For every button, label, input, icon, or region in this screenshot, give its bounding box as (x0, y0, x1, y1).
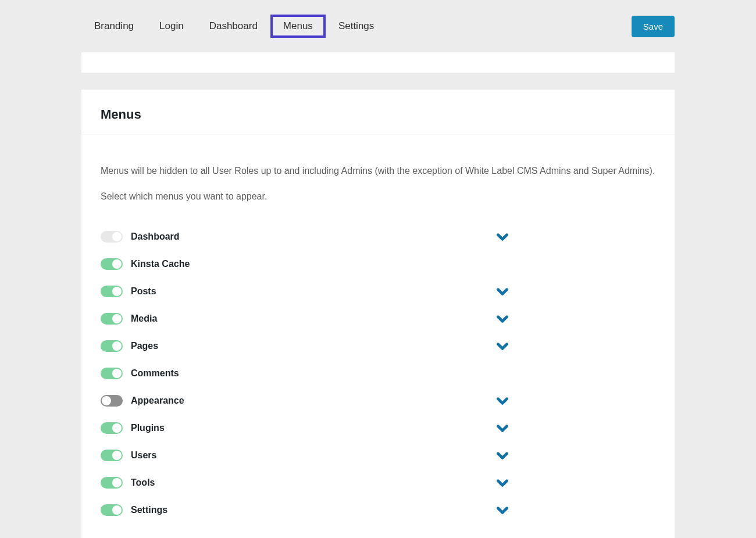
toggle-posts[interactable] (101, 286, 123, 297)
menu-item-label: Media (131, 313, 495, 324)
menu-item-row: Pages (101, 332, 655, 359)
panel-header: Menus (81, 90, 675, 134)
header-bar: Branding Login Dashboard Menus Settings … (0, 0, 756, 52)
menu-item-row: Posts (101, 277, 655, 305)
tab-menus[interactable]: Menus (270, 15, 326, 38)
panel-description: Menus will be hidden to all User Roles u… (101, 163, 655, 179)
menu-item-label: Posts (131, 286, 495, 297)
chevron-down-icon[interactable] (495, 284, 510, 299)
panel-body: Menus will be hidden to all User Roles u… (81, 134, 675, 538)
menu-item-row: Tools (101, 469, 655, 496)
chevron-down-icon[interactable] (495, 503, 510, 518)
toggle-users[interactable] (101, 450, 123, 461)
menu-item-row: Kinsta Cache (101, 250, 655, 277)
save-button[interactable]: Save (632, 16, 675, 37)
toggle-kinsta-cache[interactable] (101, 258, 123, 270)
menu-item-row: Plugins (101, 414, 655, 441)
toggle-plugins[interactable] (101, 422, 123, 434)
menu-item-row: Dashboard (101, 223, 655, 250)
tab-branding[interactable]: Branding (81, 15, 147, 38)
menus-panel: Menus Menus will be hidden to all User R… (81, 90, 675, 538)
menu-item-row: Media (101, 305, 655, 332)
menu-item-label: Kinsta Cache (131, 259, 495, 269)
menu-item-row: Settings (101, 496, 655, 523)
toggle-media[interactable] (101, 313, 123, 325)
menu-item-label: Appearance (131, 396, 495, 406)
tab-list: Branding Login Dashboard Menus Settings (81, 15, 387, 38)
panel-title: Menus (101, 107, 655, 122)
tab-dashboard[interactable]: Dashboard (197, 15, 270, 38)
menu-item-label: Comments (131, 368, 495, 379)
chevron-down-icon[interactable] (495, 393, 510, 408)
chevron-down-icon[interactable] (495, 339, 510, 354)
toggle-dashboard[interactable] (101, 231, 123, 243)
toggle-pages[interactable] (101, 340, 123, 352)
top-spacer-card (81, 52, 675, 73)
menu-item-row: Users (101, 441, 655, 469)
toggle-tools[interactable] (101, 477, 123, 489)
menu-item-label: Settings (131, 505, 495, 515)
menu-item-label: Dashboard (131, 231, 495, 242)
panel-instructions: Select which menus you want to appear. (101, 191, 655, 202)
chevron-down-icon[interactable] (495, 229, 510, 244)
menu-item-label: Users (131, 450, 495, 461)
chevron-down-icon[interactable] (495, 311, 510, 326)
menu-item-row: Comments (101, 359, 655, 387)
menu-item-row: Appearance (101, 387, 655, 414)
toggle-appearance[interactable] (101, 395, 123, 407)
chevron-down-icon[interactable] (495, 475, 510, 490)
menu-item-label: Plugins (131, 423, 495, 433)
menu-item-label: Pages (131, 341, 495, 351)
tab-login[interactable]: Login (147, 15, 197, 38)
menu-items-list: DashboardKinsta CachePostsMediaPagesComm… (101, 223, 655, 523)
content-container: Menus Menus will be hidden to all User R… (81, 52, 675, 538)
toggle-settings[interactable] (101, 504, 123, 516)
toggle-comments[interactable] (101, 368, 123, 379)
tab-settings[interactable]: Settings (326, 15, 387, 38)
chevron-down-icon[interactable] (495, 448, 510, 463)
chevron-down-icon[interactable] (495, 421, 510, 436)
menu-item-label: Tools (131, 478, 495, 488)
